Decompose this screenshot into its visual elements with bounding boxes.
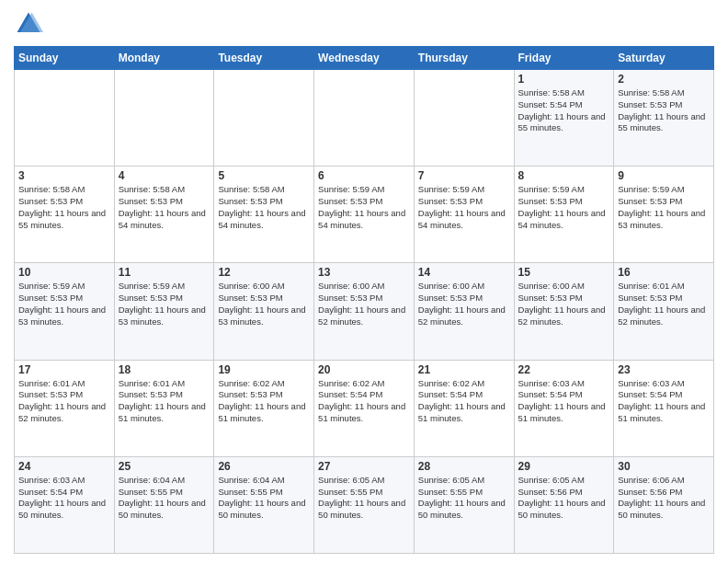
calendar-cell: 4Sunrise: 5:58 AM Sunset: 5:53 PM Daylig…: [114, 167, 214, 263]
day-number: 16: [618, 266, 710, 279]
cell-info: Sunrise: 6:01 AM Sunset: 5:53 PM Dayligh…: [119, 378, 210, 425]
day-number: 21: [418, 363, 510, 376]
weekday-header-thursday: Thursday: [414, 47, 514, 70]
calendar-cell: 19Sunrise: 6:02 AM Sunset: 5:53 PM Dayli…: [214, 360, 314, 456]
cell-info: Sunrise: 6:02 AM Sunset: 5:54 PM Dayligh…: [418, 378, 510, 425]
day-number: 28: [418, 460, 510, 473]
calendar-header: SundayMondayTuesdayWednesdayThursdayFrid…: [15, 47, 714, 70]
calendar-cell: 28Sunrise: 6:05 AM Sunset: 5:55 PM Dayli…: [414, 456, 514, 553]
logo: [14, 9, 47, 39]
cell-info: Sunrise: 6:00 AM Sunset: 5:53 PM Dayligh…: [418, 281, 510, 327]
day-number: 5: [218, 169, 310, 182]
calendar-week-3: 17Sunrise: 6:01 AM Sunset: 5:53 PM Dayli…: [15, 360, 714, 456]
calendar-cell: 5Sunrise: 5:58 AM Sunset: 5:53 PM Daylig…: [214, 167, 314, 263]
day-number: 27: [318, 460, 410, 473]
cell-info: Sunrise: 6:04 AM Sunset: 5:55 PM Dayligh…: [218, 475, 310, 522]
day-number: 9: [618, 169, 710, 182]
cell-info: Sunrise: 5:59 AM Sunset: 5:53 PM Dayligh…: [318, 184, 410, 231]
calendar-cell: 17Sunrise: 6:01 AM Sunset: 5:53 PM Dayli…: [15, 360, 115, 456]
calendar-cell: [214, 70, 314, 167]
calendar-body: 1Sunrise: 5:58 AM Sunset: 5:54 PM Daylig…: [15, 70, 714, 554]
calendar-cell: 14Sunrise: 6:00 AM Sunset: 5:53 PM Dayli…: [414, 263, 514, 360]
day-number: 2: [618, 73, 710, 86]
cell-info: Sunrise: 5:59 AM Sunset: 5:53 PM Dayligh…: [119, 281, 210, 327]
day-number: 20: [318, 363, 410, 376]
calendar-cell: 16Sunrise: 6:01 AM Sunset: 5:53 PM Dayli…: [614, 263, 714, 360]
day-number: 23: [618, 363, 710, 376]
cell-info: Sunrise: 6:04 AM Sunset: 5:55 PM Dayligh…: [119, 475, 210, 522]
calendar-cell: 10Sunrise: 5:59 AM Sunset: 5:53 PM Dayli…: [15, 263, 115, 360]
weekday-header-wednesday: Wednesday: [314, 47, 415, 70]
cell-info: Sunrise: 6:03 AM Sunset: 5:54 PM Dayligh…: [618, 378, 710, 425]
weekday-header-row: SundayMondayTuesdayWednesdayThursdayFrid…: [15, 47, 714, 70]
calendar-cell: 13Sunrise: 6:00 AM Sunset: 5:53 PM Dayli…: [314, 263, 415, 360]
calendar-cell: 24Sunrise: 6:03 AM Sunset: 5:54 PM Dayli…: [15, 456, 115, 553]
cell-info: Sunrise: 6:03 AM Sunset: 5:54 PM Dayligh…: [518, 378, 610, 425]
calendar-cell: 9Sunrise: 5:59 AM Sunset: 5:53 PM Daylig…: [614, 167, 714, 263]
calendar-week-1: 3Sunrise: 5:58 AM Sunset: 5:53 PM Daylig…: [15, 167, 714, 263]
weekday-header-friday: Friday: [514, 47, 614, 70]
weekday-header-saturday: Saturday: [614, 47, 714, 70]
calendar-cell: 15Sunrise: 6:00 AM Sunset: 5:53 PM Dayli…: [514, 263, 614, 360]
cell-info: Sunrise: 6:05 AM Sunset: 5:55 PM Dayligh…: [418, 475, 510, 522]
day-number: 11: [119, 266, 210, 279]
calendar-cell: 30Sunrise: 6:06 AM Sunset: 5:56 PM Dayli…: [614, 456, 714, 553]
calendar-cell: 8Sunrise: 5:59 AM Sunset: 5:53 PM Daylig…: [514, 167, 614, 263]
cell-info: Sunrise: 6:03 AM Sunset: 5:54 PM Dayligh…: [18, 475, 110, 522]
cell-info: Sunrise: 6:00 AM Sunset: 5:53 PM Dayligh…: [318, 281, 410, 327]
calendar-cell: 26Sunrise: 6:04 AM Sunset: 5:55 PM Dayli…: [214, 456, 314, 553]
calendar-cell: [15, 70, 115, 167]
calendar-cell: 11Sunrise: 5:59 AM Sunset: 5:53 PM Dayli…: [114, 263, 214, 360]
day-number: 26: [218, 460, 310, 473]
calendar-cell: 18Sunrise: 6:01 AM Sunset: 5:53 PM Dayli…: [114, 360, 214, 456]
weekday-header-sunday: Sunday: [15, 47, 115, 70]
day-number: 17: [18, 363, 110, 376]
calendar-cell: [114, 70, 214, 167]
day-number: 12: [218, 266, 310, 279]
calendar-cell: 27Sunrise: 6:05 AM Sunset: 5:55 PM Dayli…: [314, 456, 415, 553]
cell-info: Sunrise: 6:01 AM Sunset: 5:53 PM Dayligh…: [18, 378, 110, 425]
cell-info: Sunrise: 6:02 AM Sunset: 5:53 PM Dayligh…: [218, 378, 310, 425]
cell-info: Sunrise: 6:02 AM Sunset: 5:54 PM Dayligh…: [318, 378, 410, 425]
cell-info: Sunrise: 5:58 AM Sunset: 5:53 PM Dayligh…: [618, 87, 710, 134]
cell-info: Sunrise: 6:00 AM Sunset: 5:53 PM Dayligh…: [518, 281, 610, 327]
cell-info: Sunrise: 5:59 AM Sunset: 5:53 PM Dayligh…: [618, 184, 710, 231]
day-number: 14: [418, 266, 510, 279]
cell-info: Sunrise: 5:58 AM Sunset: 5:53 PM Dayligh…: [218, 184, 310, 231]
cell-info: Sunrise: 5:58 AM Sunset: 5:54 PM Dayligh…: [518, 87, 610, 134]
calendar-cell: 22Sunrise: 6:03 AM Sunset: 5:54 PM Dayli…: [514, 360, 614, 456]
calendar-cell: 25Sunrise: 6:04 AM Sunset: 5:55 PM Dayli…: [114, 456, 214, 553]
day-number: 25: [119, 460, 210, 473]
cell-info: Sunrise: 5:58 AM Sunset: 5:53 PM Dayligh…: [119, 184, 210, 231]
calendar-week-2: 10Sunrise: 5:59 AM Sunset: 5:53 PM Dayli…: [15, 263, 714, 360]
cell-info: Sunrise: 5:59 AM Sunset: 5:53 PM Dayligh…: [418, 184, 510, 231]
cell-info: Sunrise: 6:01 AM Sunset: 5:53 PM Dayligh…: [618, 281, 710, 327]
calendar-cell: 12Sunrise: 6:00 AM Sunset: 5:53 PM Dayli…: [214, 263, 314, 360]
calendar-cell: 23Sunrise: 6:03 AM Sunset: 5:54 PM Dayli…: [614, 360, 714, 456]
calendar-cell: [314, 70, 415, 167]
page: SundayMondayTuesdayWednesdayThursdayFrid…: [0, 0, 728, 563]
day-number: 4: [119, 169, 210, 182]
day-number: 19: [218, 363, 310, 376]
weekday-header-monday: Monday: [114, 47, 214, 70]
weekday-header-tuesday: Tuesday: [214, 47, 314, 70]
cell-info: Sunrise: 6:05 AM Sunset: 5:55 PM Dayligh…: [318, 475, 410, 522]
day-number: 30: [618, 460, 710, 473]
calendar-week-0: 1Sunrise: 5:58 AM Sunset: 5:54 PM Daylig…: [15, 70, 714, 167]
calendar-cell: [414, 70, 514, 167]
calendar: SundayMondayTuesdayWednesdayThursdayFrid…: [14, 46, 714, 554]
calendar-cell: 2Sunrise: 5:58 AM Sunset: 5:53 PM Daylig…: [614, 70, 714, 167]
day-number: 13: [318, 266, 410, 279]
cell-info: Sunrise: 5:59 AM Sunset: 5:53 PM Dayligh…: [18, 281, 110, 327]
cell-info: Sunrise: 5:58 AM Sunset: 5:53 PM Dayligh…: [18, 184, 110, 231]
day-number: 18: [119, 363, 210, 376]
day-number: 24: [18, 460, 110, 473]
calendar-cell: 7Sunrise: 5:59 AM Sunset: 5:53 PM Daylig…: [414, 167, 514, 263]
calendar-cell: 3Sunrise: 5:58 AM Sunset: 5:53 PM Daylig…: [15, 167, 115, 263]
day-number: 7: [418, 169, 510, 182]
day-number: 29: [518, 460, 610, 473]
cell-info: Sunrise: 5:59 AM Sunset: 5:53 PM Dayligh…: [518, 184, 610, 231]
day-number: 10: [18, 266, 110, 279]
calendar-cell: 20Sunrise: 6:02 AM Sunset: 5:54 PM Dayli…: [314, 360, 415, 456]
calendar-cell: 1Sunrise: 5:58 AM Sunset: 5:54 PM Daylig…: [514, 70, 614, 167]
